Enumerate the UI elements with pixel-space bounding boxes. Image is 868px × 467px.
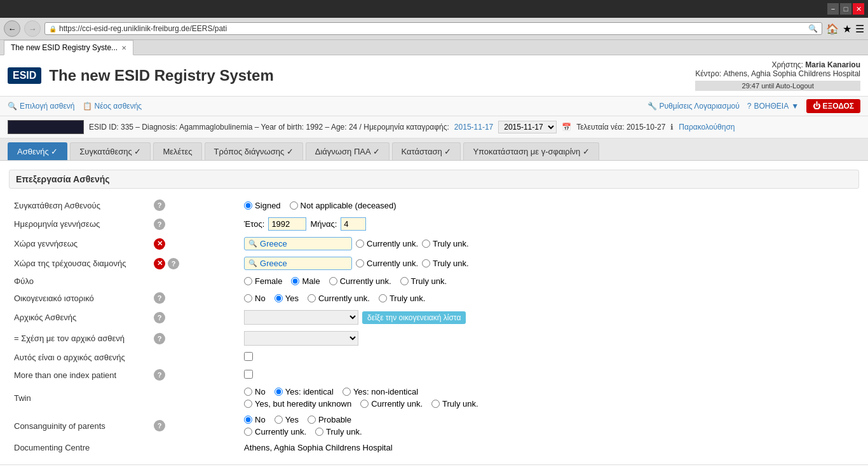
- birth-currently-unk-radio[interactable]: [356, 240, 364, 248]
- back-button[interactable]: ←: [4, 20, 20, 37]
- maximize-button[interactable]: □: [840, 3, 851, 15]
- cons-yes-radio[interactable]: [275, 416, 283, 424]
- consent-not-applicable-option[interactable]: Not applicable (deceased): [290, 201, 397, 210]
- tab-status[interactable]: Κατάσταση ✓: [392, 142, 461, 160]
- tab-substitution[interactable]: Υποκατάσταση με γ-σφαιρίνη ✓: [463, 142, 599, 160]
- cons-yes-option[interactable]: Yes: [275, 415, 299, 424]
- patient-id-input[interactable]: [8, 120, 84, 134]
- tab-diagnosis-paa[interactable]: Διάγνωση ΠΑΑ ✓: [306, 142, 390, 160]
- residence-search[interactable]: 🔍: [244, 257, 352, 270]
- tab-consent[interactable]: Συγκατάθεσης ✓: [70, 142, 151, 160]
- nav-select-patient[interactable]: 🔍 Επιλογή ασθενή: [8, 102, 75, 111]
- fam-currently-unk-radio[interactable]: [308, 294, 316, 302]
- consent-not-applicable-radio[interactable]: [290, 201, 298, 210]
- consent-help-btn[interactable]: ?: [154, 200, 165, 211]
- twin-truly-unk-radio[interactable]: [431, 400, 440, 408]
- cons-currently-unk-radio[interactable]: [244, 428, 252, 436]
- birth-country-search[interactable]: 🔍: [244, 237, 352, 250]
- menu-icon[interactable]: ☰: [855, 23, 864, 35]
- star-icon[interactable]: ★: [843, 23, 851, 35]
- index-patient-help-btn[interactable]: ?: [154, 312, 165, 323]
- date-dropdown[interactable]: 2015-11-17: [498, 121, 557, 133]
- twin-truly-unk-option[interactable]: Truly unk.: [431, 399, 478, 409]
- address-bar[interactable]: 🔒 https://cci-esid-reg.uniklinik-freibur…: [44, 22, 822, 35]
- forward-button[interactable]: →: [24, 20, 41, 37]
- home-icon[interactable]: 🏠: [826, 23, 839, 35]
- twin-heredity-option[interactable]: Yes, but heredity unknown: [244, 399, 351, 409]
- cons-probable-option[interactable]: Probable: [308, 415, 351, 424]
- relation-help-btn[interactable]: ?: [154, 333, 165, 344]
- twin-yes-identical-option[interactable]: Yes: identical: [275, 387, 334, 396]
- more-than-one-checkbox[interactable]: [244, 370, 253, 379]
- tab-patient[interactable]: Ασθενής ✓: [8, 142, 67, 160]
- browser-tab-active[interactable]: The new ESID Registry Syste... ✕: [4, 40, 133, 55]
- res-truly-unk-radio[interactable]: [422, 259, 430, 267]
- fam-yes-option[interactable]: Yes: [275, 294, 299, 303]
- birth-truly-unk-radio[interactable]: [422, 240, 430, 248]
- family-history-help-btn[interactable]: ?: [154, 292, 165, 304]
- nav-settings[interactable]: 🔧 Ρυθμίσεις Λογαριασμού: [648, 102, 740, 111]
- res-currently-unk-option[interactable]: Currently unk.: [356, 259, 418, 268]
- res-truly-unk-option[interactable]: Truly unk.: [422, 259, 469, 268]
- is-index-checkbox[interactable]: [244, 352, 253, 361]
- twin-currently-unk-radio[interactable]: [360, 400, 369, 408]
- tab-studies[interactable]: Μελέτες: [153, 142, 201, 160]
- index-patient-dropdown[interactable]: [244, 310, 358, 325]
- cons-currently-unk-option[interactable]: Currently unk.: [244, 427, 306, 437]
- minimize-button[interactable]: −: [827, 3, 839, 15]
- cons-truly-unk-radio[interactable]: [315, 428, 323, 436]
- show-family-list-btn[interactable]: δείξε την οικογενειακή λίστα: [362, 311, 466, 324]
- nav-new-patient[interactable]: 📋 Νέος ασθενής: [83, 102, 142, 111]
- consent-signed-radio[interactable]: [244, 201, 252, 210]
- tab-diagnosis-method[interactable]: Τρόπος διάγνωσης ✓: [205, 142, 303, 160]
- fam-truly-unk-option[interactable]: Truly unk.: [379, 294, 426, 303]
- patient-date-link[interactable]: 2015-11-17: [454, 123, 493, 132]
- year-input[interactable]: [268, 217, 306, 231]
- twin-no-option[interactable]: No: [244, 387, 266, 396]
- twin-yes-identical-radio[interactable]: [275, 388, 283, 396]
- gender-truly-unk-option[interactable]: Truly unk.: [400, 276, 447, 286]
- residence-clear-btn[interactable]: ✕: [154, 258, 165, 269]
- residence-input[interactable]: [260, 259, 349, 268]
- exit-button[interactable]: ⏻ ΕΞΟΔΟΣ: [806, 99, 860, 113]
- consanguinity-help-btn[interactable]: ?: [154, 420, 165, 431]
- fam-truly-unk-radio[interactable]: [379, 294, 387, 302]
- birth-truly-unk-option[interactable]: Truly unk.: [422, 239, 469, 248]
- twin-yes-non-identical-radio[interactable]: [342, 388, 351, 396]
- tab-close-icon[interactable]: ✕: [121, 44, 126, 51]
- relation-dropdown[interactable]: [244, 331, 358, 346]
- gender-male-option[interactable]: Male: [291, 276, 320, 286]
- residence-help-btn[interactable]: ?: [168, 258, 179, 269]
- logo-section: ESID The new ESID Registry System: [8, 67, 274, 85]
- more-than-one-help-btn[interactable]: ?: [154, 369, 165, 381]
- twin-no-radio[interactable]: [244, 388, 252, 396]
- close-button[interactable]: ✕: [853, 3, 864, 15]
- birth-country-clear-btn[interactable]: ✕: [154, 238, 165, 250]
- fam-no-radio[interactable]: [244, 294, 252, 302]
- month-input[interactable]: [341, 217, 366, 231]
- cons-no-option[interactable]: No: [244, 415, 266, 424]
- fam-currently-unk-option[interactable]: Currently unk.: [308, 294, 370, 303]
- follow-button[interactable]: Παρακολούθηση: [679, 123, 735, 132]
- gender-truly-unk-radio[interactable]: [400, 277, 409, 285]
- twin-currently-unk-option[interactable]: Currently unk.: [360, 399, 423, 409]
- cons-probable-radio[interactable]: [308, 416, 316, 424]
- nav-help[interactable]: ? ΒΟΗΘΕΙΑ ▼: [747, 102, 799, 111]
- birth-currently-unk-option[interactable]: Currently unk.: [356, 239, 418, 248]
- gender-female-option[interactable]: Female: [244, 276, 282, 286]
- consent-signed-option[interactable]: Signed: [244, 201, 280, 210]
- cons-no-radio[interactable]: [244, 416, 252, 424]
- twin-yes-non-identical-option[interactable]: Yes: non-identical: [342, 387, 418, 396]
- dob-help-btn[interactable]: ?: [154, 219, 165, 230]
- gender-currently-unk-option[interactable]: Currently unk.: [329, 276, 391, 286]
- birth-country-input[interactable]: [260, 239, 349, 248]
- cons-truly-unk-option[interactable]: Truly unk.: [315, 427, 362, 437]
- twin-heredity-radio[interactable]: [244, 400, 252, 408]
- gender-male-radio[interactable]: [291, 277, 299, 285]
- fam-no-option[interactable]: No: [244, 294, 266, 303]
- gender-currently-unk-radio[interactable]: [329, 277, 337, 285]
- res-currently-unk-radio[interactable]: [356, 259, 364, 267]
- fam-yes-radio[interactable]: [275, 294, 283, 302]
- user-name: Maria Kanariou: [805, 60, 860, 69]
- gender-female-radio[interactable]: [244, 277, 252, 285]
